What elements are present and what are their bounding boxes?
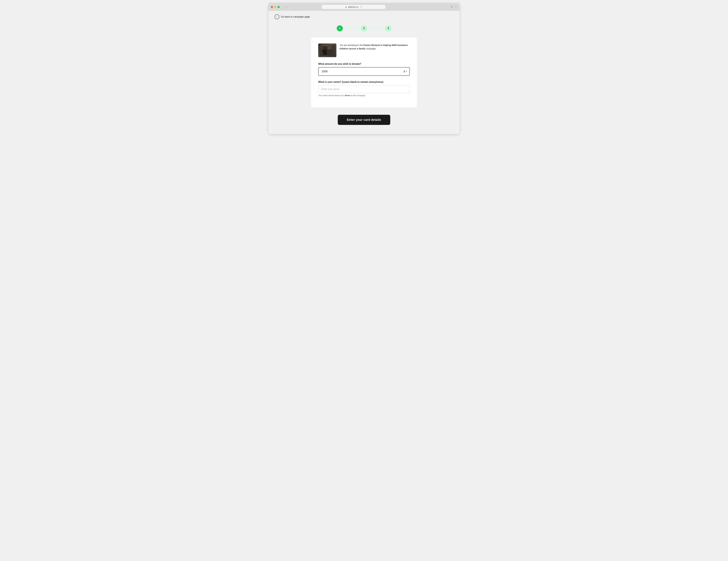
step-1-circle: 1 [337, 25, 343, 31]
hint-suffix: to this campaign [350, 94, 365, 97]
svg-rect-5 [326, 50, 327, 53]
lock-icon: 🔒 [345, 6, 347, 8]
new-tab-icon[interactable]: ＋ [455, 5, 457, 8]
refresh-icon[interactable]: ↻ [360, 6, 362, 8]
name-label: What is your name? (Leave blank to remai… [318, 81, 410, 83]
campaign-info: You are donating to the Pastor Richard i… [318, 44, 410, 57]
step-2-circle: 2 [361, 25, 367, 31]
browser-back-button[interactable]: ‹ [283, 6, 285, 8]
currency-dropdown-arrow: ▼ [406, 71, 407, 72]
svg-point-2 [324, 47, 327, 50]
browser-window: ‹ › 🔒 palbucks.co ↻ ⬆ ＋ ← Go back to cam… [268, 3, 460, 134]
amount-input[interactable] [319, 67, 401, 76]
svg-rect-8 [327, 50, 328, 53]
svg-rect-9 [331, 50, 332, 53]
step-line-2-3 [367, 28, 385, 29]
back-arrow-icon: ← [275, 14, 279, 19]
step-3-circle: 3 [385, 25, 391, 31]
svg-point-6 [328, 46, 331, 49]
browser-forward-button[interactable]: › [286, 6, 288, 8]
minimize-window-button[interactable] [274, 6, 276, 8]
campaign-desc-prefix: You are donating to the [339, 44, 364, 46]
currency-symbol: $ [404, 70, 405, 73]
amount-section: What amount do you wish to donate? $ ▼ [318, 63, 410, 76]
browser-window-controls [271, 6, 280, 8]
campaign-image-placeholder [318, 44, 336, 57]
campaign-image [318, 44, 336, 57]
share-icon[interactable]: ⬆ [451, 5, 453, 8]
browser-toolbar-right: ⬆ ＋ [451, 5, 457, 8]
url-text: palbucks.co [348, 6, 359, 8]
maximize-window-button[interactable] [278, 6, 280, 8]
hint-prefix: Your name will be shown as a [318, 94, 345, 97]
name-hint: Your name will be shown as a donor to th… [318, 94, 410, 97]
back-nav-label: Go back to campaign page [281, 15, 310, 18]
name-section: What is your name? (Leave blank to remai… [318, 81, 410, 97]
svg-rect-4 [322, 50, 324, 53]
amount-label: What amount do you wish to donate? [318, 63, 410, 65]
page-content: ← Go back to campaign page 1 2 3 [268, 11, 460, 134]
amount-input-wrapper: $ ▼ [318, 67, 410, 76]
hint-bold: donor [345, 94, 350, 97]
close-window-button[interactable] [271, 6, 273, 8]
campaign-desc-suffix: campaign [365, 47, 376, 50]
campaign-description: You are donating to the Pastor Richard i… [339, 44, 410, 50]
currency-selector[interactable]: $ ▼ [401, 68, 409, 75]
address-bar[interactable]: 🔒 palbucks.co ↻ [322, 5, 385, 9]
browser-navigation: ‹ › [283, 6, 288, 8]
step-line-1-2 [343, 28, 361, 29]
step-indicator: 1 2 3 [275, 25, 453, 31]
name-input[interactable] [318, 85, 410, 93]
back-nav[interactable]: ← Go back to campaign page [275, 14, 310, 19]
submit-section: Enter your card details [275, 115, 453, 125]
submit-button[interactable]: Enter your card details [338, 115, 390, 125]
browser-titlebar: ‹ › 🔒 palbucks.co ↻ ⬆ ＋ [268, 3, 460, 11]
main-form-card: You are donating to the Pastor Richard i… [311, 37, 417, 108]
